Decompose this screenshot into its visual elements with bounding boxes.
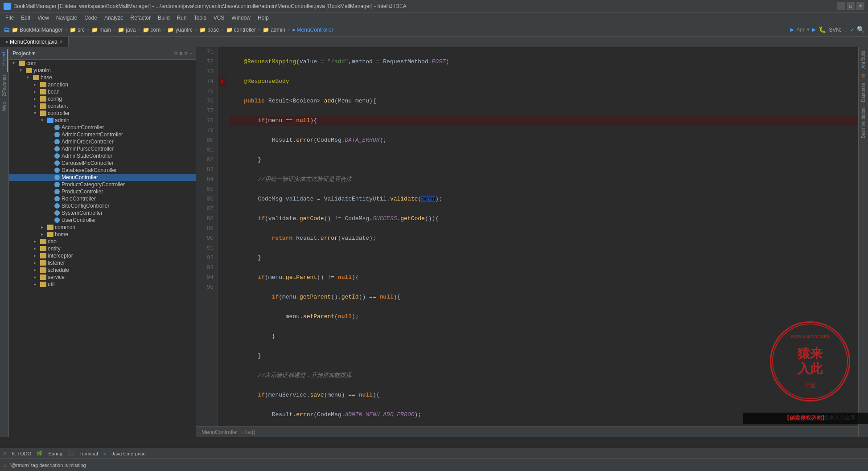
tree-databasebak[interactable]: DatabaseBakController — [9, 167, 196, 174]
folder-entity-icon — [40, 246, 46, 251]
editor-and-right: 71 72 73 74 75 76 77 78 79 80 81 82 83 8… — [196, 47, 868, 437]
tree-product-category[interactable]: ProductCategoryController — [9, 181, 196, 188]
menu-refactor[interactable]: Refactor — [127, 14, 154, 22]
tree-siteconfig[interactable]: SiteConfigController — [9, 202, 196, 209]
project-icon: 🗂 — [4, 26, 10, 33]
menu-window[interactable]: Window — [228, 14, 254, 22]
database-tab[interactable]: Database — [860, 81, 867, 104]
update-button[interactable]: ↓ — [844, 26, 847, 33]
class-account-icon — [54, 125, 60, 130]
breakpoint-74[interactable]: ● — [220, 78, 224, 85]
tree-annotion[interactable]: ▸ annotion — [9, 81, 196, 88]
piracy-warning: 【倒卖侵权必究】 — [743, 413, 868, 424]
class-product-icon — [54, 189, 60, 194]
nav-src[interactable]: 📁 src — [70, 27, 85, 33]
tree-admin-comment[interactable]: AdminCommentController — [9, 131, 196, 138]
folder-yuanlrc-icon — [26, 68, 32, 73]
nav-project[interactable]: 📁 BookMallManager — [12, 27, 63, 33]
tree-config[interactable]: ▸ config — [9, 95, 196, 102]
tree-common[interactable]: ▸ common — [9, 224, 196, 231]
tab-menucontroller[interactable]: ● MenuController.java ✕ — [0, 37, 69, 47]
search-button[interactable]: 🔍 — [857, 26, 864, 33]
todo-label[interactable]: 6: TODO — [12, 451, 32, 456]
tree-util[interactable]: ▸ util — [9, 281, 196, 288]
code-content[interactable]: @RequestMapping(value = "/add",method = … — [226, 47, 864, 426]
menu-edit[interactable]: Edit — [17, 14, 34, 22]
nav-controller[interactable]: 📁 controller — [226, 27, 256, 33]
commit-button[interactable]: ✓ — [851, 26, 854, 33]
breadcrumb-menucontroller[interactable]: MenuController — [202, 429, 238, 435]
tree-user[interactable]: UserController — [9, 217, 196, 224]
folder-common-icon — [47, 225, 53, 230]
tree-admin[interactable]: ▾ admin — [9, 117, 196, 124]
nav-com[interactable]: 📁 com — [143, 27, 161, 33]
nav-file[interactable]: ● MenuController — [292, 27, 333, 33]
tree-base[interactable]: ▾ base — [9, 74, 196, 81]
nav-controls: ▶ App ▾ ▶ 🐛 SVN: ↓ ✓ 🔍 — [790, 26, 864, 33]
code-editor[interactable]: 71 72 73 74 75 76 77 78 79 80 81 82 83 8… — [196, 47, 868, 426]
tree-listener[interactable]: ▸ listener — [9, 259, 196, 266]
tree-system[interactable]: SystemController — [9, 209, 196, 217]
menu-run[interactable]: Run — [173, 14, 190, 22]
menu-help[interactable]: Help — [254, 14, 272, 22]
ant-build-tab[interactable]: Ant Build — [860, 49, 867, 70]
menu-navigate[interactable]: Navigate — [53, 14, 81, 22]
tree-product[interactable]: ProductController — [9, 188, 196, 195]
nav-yuanlrc[interactable]: 📁 yuanlrc — [167, 27, 193, 33]
menu-file[interactable]: File — [2, 14, 17, 22]
tree-role[interactable]: RoleController — [9, 195, 196, 202]
tree-home[interactable]: ▸ home — [9, 231, 196, 238]
maximize-button[interactable]: □ — [847, 2, 855, 10]
tree-account-controller[interactable]: AccountController — [9, 124, 196, 131]
tree-carousel[interactable]: CarouselPicController — [9, 160, 196, 167]
tree-entity[interactable]: ▸ entity — [9, 245, 196, 252]
tab-close-button[interactable]: ✕ — [59, 39, 63, 44]
terminal-label[interactable]: Terminal — [79, 451, 98, 456]
breadcrumb-list[interactable]: list() — [245, 429, 255, 435]
nav-main[interactable]: 📁 main — [91, 27, 111, 33]
tree-schedule[interactable]: ▸ schedule — [9, 266, 196, 274]
maven-projects-tab[interactable]: m — [860, 72, 867, 79]
controller-folder-icon: 📁 — [226, 27, 233, 33]
menu-build[interactable]: Build — [154, 14, 173, 22]
java-enterprise-label[interactable]: Java Enterprise — [111, 451, 145, 456]
tree-admin-state[interactable]: AdminStateController — [9, 152, 196, 160]
nav-java[interactable]: 📁 java — [118, 27, 136, 33]
left-tab-web[interactable]: Web — [1, 99, 8, 114]
menu-view[interactable]: View — [34, 14, 53, 22]
tree-yuanlrc[interactable]: ▾ yuanlrc — [9, 67, 196, 74]
tree-interceptor[interactable]: ▸ interceptor — [9, 252, 196, 259]
menu-code[interactable]: Code — [81, 14, 101, 22]
left-tab-favorites[interactable]: 2:Favorites — [1, 72, 8, 99]
tree-com[interactable]: ▾ com — [9, 60, 196, 67]
close-button[interactable]: ✕ — [856, 2, 864, 10]
debug-button[interactable]: 🐛 — [819, 26, 826, 33]
nav-admin[interactable]: 📁 admin — [263, 27, 285, 33]
left-tab-project[interactable]: 1:Project — [0, 49, 8, 72]
settings-icon[interactable]: ⚙ — [174, 50, 177, 57]
spring-label[interactable]: Spring — [48, 451, 62, 456]
tree-constant[interactable]: ▸ constant — [9, 102, 196, 110]
tree-controller[interactable]: ▾ controller — [9, 110, 196, 117]
tree-admin-purse[interactable]: AdminPurseController — [9, 145, 196, 152]
class-role-icon — [54, 196, 60, 201]
tree-menu-controller[interactable]: MenuController — [9, 174, 196, 181]
tree-dao[interactable]: ▸ dao — [9, 238, 196, 245]
sort-icon[interactable]: ⇅ — [179, 50, 182, 57]
menu-vcs[interactable]: VCS — [210, 14, 228, 22]
menu-analyze[interactable]: Analyze — [101, 14, 127, 22]
tree-bean[interactable]: ▸ bean — [9, 88, 196, 95]
tree-service[interactable]: ▸ service — [9, 274, 196, 281]
tabbar: ● MenuController.java ✕ — [0, 37, 868, 47]
tree-admin-order[interactable]: AdminOrderController — [9, 138, 196, 145]
editor-breadcrumb: MenuController › list() — [196, 426, 868, 437]
nav-base[interactable]: 📁 base — [199, 27, 219, 33]
run-icon[interactable]: ▶ — [790, 26, 794, 33]
minimize-button[interactable]: ─ — [837, 2, 845, 10]
menu-tools[interactable]: Tools — [190, 14, 210, 22]
run-button[interactable]: ▶ — [812, 26, 816, 33]
bean-validation-tab[interactable]: Bean Validation — [860, 106, 867, 140]
collapse-icon[interactable]: – — [189, 50, 193, 57]
gear-icon[interactable]: ⚙ — [185, 50, 188, 57]
app-dropdown[interactable]: App ▾ — [797, 27, 810, 33]
